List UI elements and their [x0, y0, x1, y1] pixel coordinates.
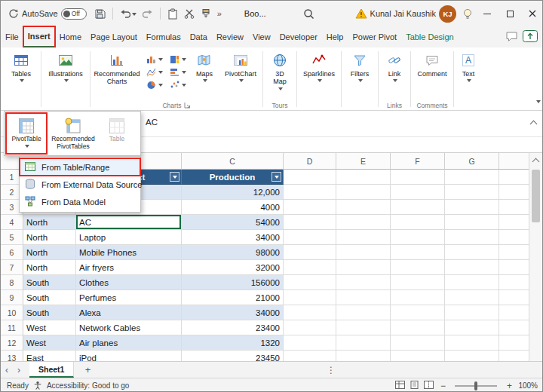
cell-empty[interactable] [499, 170, 530, 185]
cell-region[interactable]: West [23, 320, 76, 335]
cell-empty[interactable] [391, 245, 445, 260]
zoom-slider-knob[interactable] [474, 381, 477, 390]
recommended-pivottables-button[interactable]: Recommended PivotTables [48, 113, 98, 154]
tab-power-pivot[interactable]: Power Pivot [348, 26, 401, 47]
cell-empty[interactable] [284, 305, 336, 320]
cell-empty[interactable] [284, 275, 336, 290]
autosave-toggle[interactable]: Off [61, 8, 87, 20]
cell-empty[interactable] [499, 335, 530, 351]
cell-empty[interactable] [284, 290, 336, 305]
user-name[interactable]: Kunal Jai Kaushik [370, 9, 436, 18]
sparklines-button[interactable]: Sparklines [298, 48, 340, 110]
cell-empty[interactable] [336, 305, 391, 320]
minimize-button[interactable] [476, 1, 499, 26]
more-commands-icon[interactable]: » [214, 1, 225, 26]
recommended-charts-button[interactable]: Recommended Charts [91, 48, 143, 100]
cell-region[interactable]: South [23, 290, 76, 305]
cell-product[interactable]: Alexa [76, 305, 182, 320]
menu-item-from-external-source[interactable]: From External Data Source [20, 176, 140, 193]
cell-empty[interactable] [499, 200, 530, 215]
cell-empty[interactable] [391, 260, 445, 275]
redo-button[interactable] [140, 1, 156, 26]
cell-empty[interactable] [391, 185, 445, 200]
cell-empty[interactable] [499, 260, 530, 275]
cell-empty[interactable] [499, 305, 530, 320]
column-header-e[interactable]: E [336, 153, 391, 170]
cell-empty[interactable] [391, 290, 445, 305]
cell-empty[interactable] [336, 275, 391, 290]
bar-chart-button[interactable] [166, 66, 189, 78]
cell-empty[interactable] [445, 200, 499, 215]
link-button[interactable]: Link [379, 48, 410, 100]
comment-button[interactable]: Comment [412, 48, 452, 100]
tab-data[interactable]: Data [186, 26, 212, 47]
page-layout-view-icon[interactable] [410, 381, 419, 390]
scissors-icon[interactable] [181, 1, 198, 26]
cell-region[interactable]: West [23, 335, 76, 351]
cell-region[interactable]: North [23, 260, 76, 275]
cell-empty[interactable] [284, 185, 336, 200]
avatar[interactable]: KJ [439, 5, 456, 23]
column-header-d[interactable]: D [284, 153, 336, 170]
row-header[interactable]: 9 [1, 290, 23, 305]
3d-map-button[interactable]: 3D Map [264, 48, 296, 100]
zoom-level[interactable]: 100% [518, 381, 538, 390]
tab-review[interactable]: Review [212, 26, 248, 47]
tab-insert[interactable]: Insert [23, 26, 55, 47]
cell-empty[interactable] [284, 320, 336, 335]
cell-region[interactable]: South [23, 275, 76, 290]
cell-empty[interactable] [284, 335, 336, 351]
cell-empty[interactable] [445, 275, 499, 290]
formula-bar-value[interactable]: AC [146, 118, 158, 127]
cell-empty[interactable] [445, 260, 499, 275]
cell-empty[interactable] [499, 320, 530, 335]
row-header[interactable]: 13 [1, 351, 23, 361]
column-header-f[interactable]: F [391, 153, 445, 170]
cell-empty[interactable] [391, 351, 445, 361]
tab-home[interactable]: Home [55, 26, 86, 47]
cell-empty[interactable] [336, 185, 391, 200]
page-break-view-icon[interactable] [424, 381, 434, 390]
tab-page-layout[interactable]: Page Layout [86, 26, 142, 47]
cell-empty[interactable] [445, 335, 499, 351]
cell-empty[interactable] [284, 230, 336, 245]
cell-empty[interactable] [499, 275, 530, 290]
cell-region[interactable]: East [23, 351, 76, 361]
cell-empty[interactable] [336, 230, 391, 245]
lightbulb-icon[interactable] [459, 1, 476, 26]
vertical-scrollbar[interactable] [529, 153, 542, 361]
column-chart-button[interactable] [143, 53, 166, 66]
undo-button[interactable] [117, 1, 140, 26]
cell-production[interactable]: 1320 [182, 335, 284, 351]
cell-empty[interactable] [284, 200, 336, 215]
maximize-button[interactable] [499, 1, 521, 26]
line-chart-button[interactable] [143, 66, 166, 78]
share-icon[interactable] [523, 30, 538, 44]
cell-product[interactable]: Network Cables [76, 320, 182, 335]
tab-formulas[interactable]: Formulas [142, 26, 186, 47]
illustrations-button[interactable]: Illustrations [42, 48, 89, 110]
scatter-chart-button[interactable] [166, 78, 189, 91]
cell-region[interactable]: North [23, 230, 76, 245]
scroll-up-icon[interactable] [532, 158, 540, 166]
cell-production[interactable]: 4000 [182, 200, 284, 215]
cell-product[interactable]: Mobile Phones [76, 245, 182, 260]
row-header[interactable]: 10 [1, 305, 23, 320]
row-header[interactable]: 11 [1, 320, 23, 335]
pie-chart-button[interactable] [143, 78, 166, 91]
cell-empty[interactable] [284, 351, 336, 361]
row-header[interactable]: 5 [1, 230, 23, 245]
cell-empty[interactable] [336, 170, 391, 185]
cell-product[interactable]: Clothes [76, 275, 182, 290]
cell-empty[interactable] [391, 200, 445, 215]
row-header[interactable]: 4 [1, 215, 23, 230]
cell-product[interactable]: iPod [76, 351, 182, 361]
search-icon[interactable] [300, 1, 318, 26]
accessibility-icon[interactable] [33, 381, 42, 391]
tab-view[interactable]: View [248, 26, 275, 47]
cell-empty[interactable] [284, 260, 336, 275]
cell-empty[interactable] [284, 215, 336, 230]
tables-button[interactable]: Tables [2, 48, 40, 110]
cell-empty[interactable] [391, 335, 445, 351]
sheet-nav-right-icon[interactable]: › [13, 365, 25, 375]
